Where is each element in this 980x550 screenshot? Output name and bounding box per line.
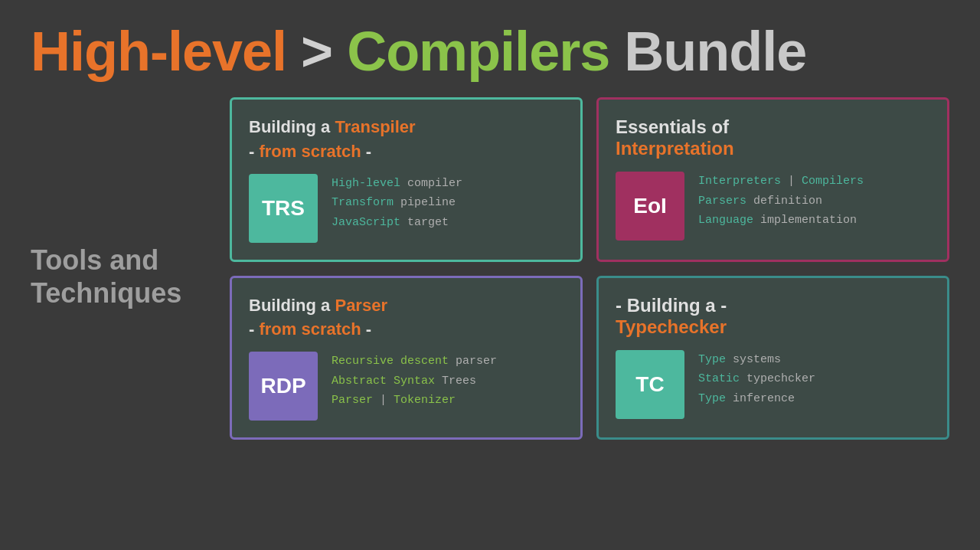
card-trs-subtitle: - from scratch -: [249, 142, 564, 162]
card-eoi-title-line1: Essentials of: [616, 116, 930, 138]
card-trs-title-accent: Transpiler: [335, 117, 415, 136]
card-trs-badge: TRS: [249, 174, 318, 243]
card-rdp-body: RDP Recursive descent parser Abstract Sy…: [249, 352, 564, 421]
card-eoi-title-block: Essentials of Interpretation: [616, 116, 930, 159]
card-rdp-title-plain: Building a: [249, 296, 335, 315]
card-trs-from: from scratch: [259, 142, 361, 161]
card-rdp-dash1: -: [249, 319, 259, 339]
card-trs-dash1: -: [249, 142, 259, 161]
card-rdp-subtitle: - from scratch -: [249, 319, 564, 339]
sidebar-line2: Techniques: [31, 277, 181, 309]
card-trs-title-plain: Building a: [249, 117, 335, 136]
card-rdp: Building a Parser - from scratch - RDP R…: [230, 276, 583, 440]
card-eoi: Essentials of Interpretation EoI Interpr…: [596, 97, 949, 262]
card-tc: - Building a - Typechecker TC Type syste…: [596, 276, 949, 440]
card-rdp-title: Building a Parser: [249, 295, 564, 317]
card-eoi-body: EoI Interpreters | Compilers Parsers def…: [616, 172, 930, 241]
card-tc-title-line2: Typechecker: [616, 316, 930, 338]
card-rdp-details: Recursive descent parser Abstract Syntax…: [332, 352, 497, 411]
card-trs-details: High-level compiler Transform pipeline J…: [332, 174, 462, 233]
page-title: High-level > Compilers Bundle: [0, 0, 980, 97]
card-eoi-details: Interpreters | Compilers Parsers definit…: [698, 172, 864, 231]
card-rdp-title-accent: Parser: [335, 296, 387, 315]
card-trs-title: Building a Transpiler: [249, 116, 564, 139]
card-tc-badge: TC: [616, 350, 684, 419]
cards-grid: Building a Transpiler - from scratch - T…: [230, 97, 949, 440]
card-tc-title-line1: - Building a -: [616, 295, 930, 316]
sidebar-label: Tools and Techniques: [31, 97, 230, 440]
card-tc-title-block: - Building a - Typechecker: [616, 295, 930, 338]
card-trs-body: TRS High-level compiler Transform pipeli…: [249, 174, 564, 243]
sidebar-line1: Tools and: [31, 244, 181, 277]
card-rdp-dash2: -: [361, 319, 371, 339]
card-eoi-title-line2: Interpretation: [616, 138, 930, 159]
title-highlevel: High-level: [31, 21, 286, 82]
card-trs: Building a Transpiler - from scratch - T…: [230, 97, 583, 262]
title-compilers: Compilers: [347, 21, 609, 82]
card-tc-body: TC Type systems Static typechcker Type i…: [616, 350, 930, 419]
card-trs-dash2: -: [361, 142, 371, 161]
title-arrow: >: [286, 21, 347, 82]
card-rdp-from: from scratch: [259, 319, 361, 339]
title-bundle: Bundle: [609, 21, 806, 82]
card-rdp-badge: RDP: [249, 352, 318, 421]
card-eoi-badge: EoI: [616, 172, 684, 241]
card-tc-details: Type systems Static typechcker Type infe…: [698, 350, 815, 409]
